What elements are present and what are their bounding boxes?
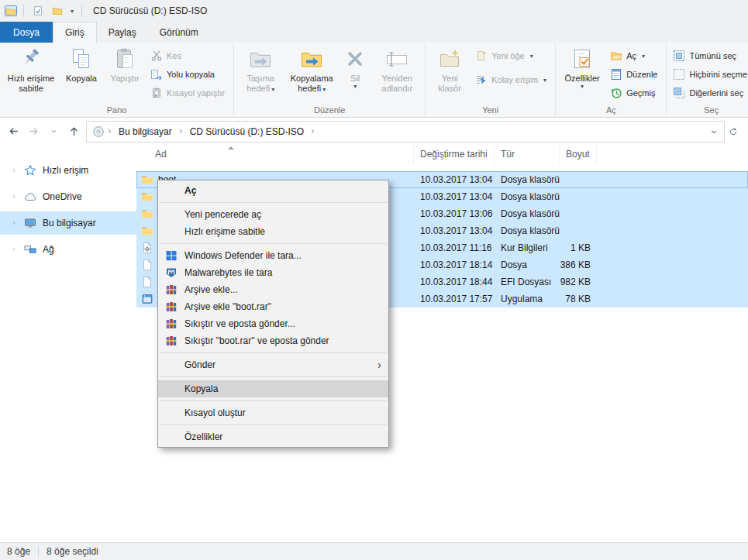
tab-view[interactable]: Görünüm [148, 22, 210, 43]
forward-button[interactable] [23, 122, 43, 142]
copy-to-icon [299, 46, 324, 71]
invert-selection-icon [673, 87, 685, 99]
winrar-icon [165, 318, 178, 330]
new-item-button[interactable]: Yeni öğe▾ [473, 46, 551, 65]
refresh-icon [729, 127, 738, 136]
menu-item-pin-to-quick-access[interactable]: Hızlı erişime sabitle [158, 223, 388, 240]
menu-separator [160, 376, 387, 377]
menu-item-compress-and-email[interactable]: Sıkıştır ve eposta gönder... [158, 315, 388, 332]
folder-icon [141, 191, 153, 203]
chevron-down-icon [50, 127, 58, 136]
dropdown-caret-icon: ▾ [271, 86, 274, 93]
tab-share[interactable]: Paylaş [97, 22, 148, 43]
qat-new-folder-button[interactable] [50, 3, 65, 19]
ribbon-group-select: Tümünü seç Hiçbirini seçme Diğerlerini s… [667, 43, 748, 117]
dropdown-caret-icon: ▾ [353, 84, 357, 90]
menu-item-add-to-archive-bootrar[interactable]: Arşive ekle "boot.rar" [158, 298, 388, 315]
sidebar-item-onedrive[interactable]: OneDrive [0, 185, 136, 208]
properties-button[interactable]: Özellikler ▾ [558, 43, 606, 104]
column-header-type[interactable]: Tür [495, 145, 560, 163]
group-label-organize: Düzenle [236, 104, 422, 117]
sidebar-item-label: Ağ [43, 244, 54, 255]
column-header-size[interactable]: Boyut [560, 145, 597, 163]
onedrive-cloud-icon [24, 191, 36, 203]
chevron-right-icon [10, 246, 18, 253]
cut-button[interactable]: Kes [148, 46, 229, 65]
menu-item-compress-bootrar-and-email[interactable]: Sıkıştır "boot.rar" ve eposta gönder [158, 332, 388, 349]
invert-selection-button[interactable]: Diğerlerini seç [670, 84, 748, 102]
chevron-right-icon [176, 127, 186, 136]
paste-shortcut-button[interactable]: Kısayol yapıştır [148, 84, 229, 102]
application-icon [141, 293, 153, 305]
sidebar-item-network[interactable]: Ağ [0, 238, 136, 261]
properties-mini-icon [33, 5, 43, 16]
recent-locations-button[interactable] [43, 122, 64, 142]
new-folder-button[interactable]: Yeni klasör [428, 43, 471, 104]
group-label-new: Yeni [428, 104, 553, 117]
qat-properties-button[interactable] [30, 3, 46, 19]
delete-button[interactable]: Sil ▾ [339, 43, 371, 104]
menu-item-properties[interactable]: Özellikler [158, 428, 388, 445]
folder-icon [141, 208, 153, 220]
menu-item-send-to[interactable]: Gönder › [158, 356, 388, 373]
dropdown-caret-icon: ▾ [322, 86, 326, 93]
menu-item-add-to-archive[interactable]: Arşive ekle... [158, 281, 388, 298]
copy-path-icon [150, 68, 163, 81]
address-bar[interactable]: Bu bilgisayar CD Sürücüsü (D:) ESD-ISO [86, 121, 725, 143]
easy-access-button[interactable]: Kolay erişim▾ [473, 70, 551, 89]
ribbon-group-organize: Taşıma hedefi▾ Kopyalama hedefi▾ Sil ▾ Y… [234, 43, 426, 117]
qat-customize-caret-icon[interactable]: ▾ [69, 8, 75, 15]
sidebar-item-this-pc[interactable]: Bu bilgisayar [0, 211, 136, 235]
chevron-right-icon [10, 167, 18, 174]
ribbon-tabs: Dosya Giriş Paylaş Görünüm [0, 22, 748, 43]
open-button[interactable]: Aç▾ [608, 46, 662, 65]
window-title: CD Sürücüsü (D:) ESD-ISO [93, 5, 207, 16]
tab-file[interactable]: Dosya [0, 22, 53, 43]
chevron-right-icon [10, 219, 18, 227]
menu-item-copy[interactable]: Kopyala [158, 380, 388, 397]
move-to-button[interactable]: Taşıma hedefi▾ [236, 43, 284, 104]
menu-item-defender-scan[interactable]: Windows Defender ile tara... [158, 247, 388, 264]
dropdown-caret-icon: ▾ [642, 53, 645, 60]
up-button[interactable] [64, 122, 84, 142]
menu-item-malwarebytes-scan[interactable]: Malwarebytes ile tara [158, 264, 388, 281]
rename-button[interactable]: Yeniden adlandır [371, 43, 422, 104]
menu-item-open-new-window[interactable]: Yeni pencerede aç [158, 206, 388, 223]
edit-button[interactable]: Düzenle [608, 65, 662, 84]
status-bar-separator [38, 547, 39, 557]
titlebar-separator [81, 5, 82, 17]
breadcrumb-this-pc[interactable]: Bu bilgisayar [115, 126, 176, 137]
refresh-button[interactable] [725, 123, 742, 140]
copy-button[interactable]: Kopyala [60, 43, 103, 104]
menu-separator [160, 202, 387, 203]
submenu-arrow-icon: › [377, 359, 381, 370]
history-button[interactable]: Geçmiş [608, 84, 662, 102]
group-label-clipboard: Pano [2, 104, 231, 117]
setup-information-icon [141, 242, 153, 254]
arrow-left-icon [8, 125, 19, 137]
copy-path-button[interactable]: Yolu kopyala [148, 65, 229, 84]
breadcrumb-cd-drive[interactable]: CD Sürücüsü (D:) ESD-ISO [186, 126, 308, 137]
menu-separator [160, 400, 387, 401]
sort-ascending-icon [228, 146, 234, 149]
dropdown-caret-icon: ▾ [530, 53, 533, 60]
column-header-name[interactable]: Ad [136, 145, 414, 163]
copy-to-button[interactable]: Kopyalama hedefi▾ [284, 43, 339, 104]
tab-home[interactable]: Giriş [53, 22, 97, 43]
menu-item-create-shortcut[interactable]: Kısayol oluştur [158, 404, 388, 421]
paste-button[interactable]: Yapıştır [103, 43, 146, 104]
status-bar: 8 öğe 8 öğe seçildi [0, 542, 748, 560]
copy-icon [69, 46, 94, 71]
back-button[interactable] [3, 122, 23, 142]
ribbon: Hızlı erişime sabitle Kopyala Yapıştır K… [0, 43, 748, 118]
menu-item-open[interactable]: Aç [158, 182, 388, 199]
column-header-date-modified[interactable]: Değiştirme tarihi [414, 145, 495, 163]
folder-icon [141, 225, 153, 237]
chevron-right-icon [105, 127, 115, 136]
select-none-button[interactable]: Hiçbirini seçme [670, 65, 748, 84]
arrow-right-icon [28, 125, 40, 137]
pin-to-quick-access-button[interactable]: Hızlı erişime sabitle [2, 43, 60, 104]
select-all-button[interactable]: Tümünü seç [670, 46, 748, 65]
sidebar-item-quick-access[interactable]: Hızlı erişim [0, 159, 136, 182]
address-dropdown-button[interactable] [705, 123, 722, 140]
